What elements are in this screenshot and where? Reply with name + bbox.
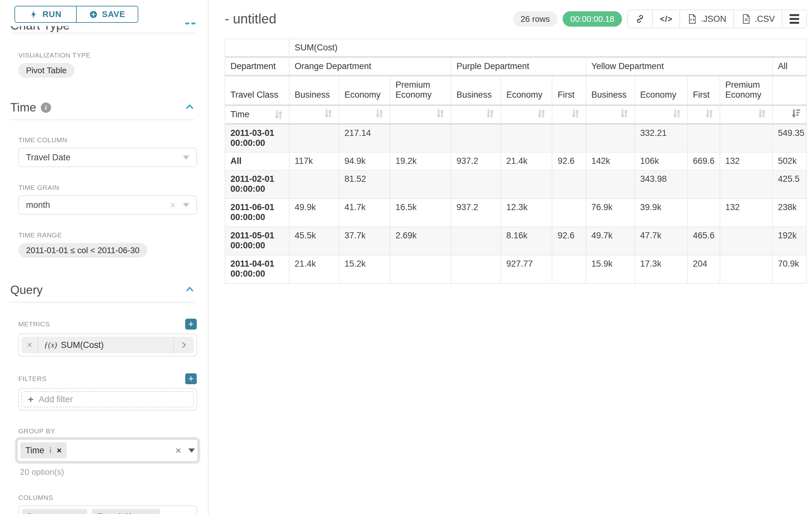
add-filter-button[interactable]: + Add filter (22, 391, 194, 407)
col-group-header: Yellow Department (586, 57, 773, 76)
pivot-value-cell: 132 (720, 198, 773, 227)
sort-toggle-icon[interactable] (704, 108, 715, 119)
pivot-value-cell (552, 255, 586, 283)
add-filter-plus-button[interactable]: + (185, 373, 197, 384)
time-range-chip[interactable]: 2011-01-01 ≤ col < 2011-06-30 (18, 243, 147, 258)
pivot-value-cell: 937.2 (451, 152, 501, 170)
expand-metric-button[interactable] (173, 337, 194, 353)
pivot-value-cell (451, 170, 501, 198)
chevron-right-icon (180, 342, 187, 349)
pivot-value-cell: 47.7k (635, 227, 688, 255)
chevron-up-icon (185, 102, 195, 111)
group-by-chip-label: Time (25, 445, 44, 456)
add-filter-label: Add filter (39, 395, 73, 404)
pivot-value-cell: 204 (688, 255, 720, 283)
sort-cell (773, 105, 807, 124)
col-group-header: Purple Department (451, 57, 586, 76)
query-timer-badge: 00:00:00.18 (562, 11, 622, 27)
columns-chip-travel-class[interactable]: Travel Class × (92, 509, 160, 514)
filters-label-row: FILTERS + (18, 373, 197, 384)
group-by-select[interactable]: Time i × × (17, 439, 198, 462)
sort-descending-active-icon[interactable] (791, 108, 801, 119)
export-json-button[interactable]: .JSON (679, 10, 733, 28)
pivot-value-cell: 49.7k (586, 227, 635, 255)
sort-toggle-icon[interactable] (485, 108, 495, 119)
group-by-chip-time[interactable]: Time i × (20, 442, 67, 458)
plus-circle-icon (89, 10, 97, 19)
travel-class-header-row: Travel Class Business Economy Premium Ec… (225, 76, 807, 105)
export-json-label: .JSON (701, 14, 726, 24)
sort-toggle-icon[interactable] (757, 108, 767, 119)
col-header: First (552, 76, 586, 105)
metric-header-cell: SUM(Cost) (289, 39, 807, 57)
pivot-row-label: 2011-04-01 00:00:00 (225, 255, 289, 283)
col-header: First (688, 76, 720, 105)
metrics-label: METRICS (18, 320, 50, 328)
save-button[interactable]: SAVE (76, 6, 138, 22)
sort-toggle-icon[interactable] (323, 108, 334, 119)
sort-toggle-icon[interactable] (435, 108, 445, 119)
collapse-query-section[interactable] (185, 283, 195, 297)
export-csv-button[interactable]: .CSV (733, 10, 782, 28)
metric-pill[interactable]: × ƒ(x) SUM(Cost) (22, 337, 194, 353)
hamburger-icon (789, 14, 799, 24)
table-row: 2011-06-01 00:00:0049.9k41.7k16.5k937.21… (225, 198, 807, 227)
function-icon: ƒ(x) (44, 341, 57, 350)
pivot-value-cell: 49.9k (289, 198, 339, 227)
run-button[interactable]: RUN (15, 6, 76, 22)
remove-chip-icon[interactable]: × (77, 512, 82, 514)
code-icon: </> (660, 15, 672, 24)
add-metric-button[interactable]: + (185, 319, 197, 330)
run-button-label: RUN (42, 9, 61, 19)
remove-metric-icon[interactable]: × (22, 337, 38, 353)
pivot-value-cell: 21.4k (289, 255, 339, 283)
info-icon: i (50, 446, 52, 455)
columns-chip-label: Department (27, 512, 72, 514)
remove-chip-icon[interactable]: × (150, 512, 155, 514)
time-axis-label: Time (230, 110, 273, 119)
chart-title[interactable]: - untitled (225, 11, 276, 27)
sort-toggle-icon[interactable] (536, 108, 547, 119)
pivot-value-cell: 17.3k (635, 255, 688, 283)
chevron-up-icon (185, 284, 195, 294)
caret-down-icon[interactable] (188, 449, 195, 453)
pivot-value-cell (390, 170, 451, 198)
sort-toggle-icon[interactable] (374, 108, 384, 119)
sort-toggle-icon[interactable] (570, 108, 581, 119)
sort-toggle-icon[interactable] (619, 108, 629, 119)
pivot-row-label: 2011-06-01 00:00:00 (225, 198, 289, 227)
row-count-badge: 26 rows (513, 11, 557, 27)
query-section-header: Query (10, 283, 195, 303)
pivot-value-cell: 465.6 (688, 227, 720, 255)
pivot-value-cell (720, 170, 773, 198)
pivot-row-label: 2011-05-01 00:00:00 (225, 227, 289, 255)
pivot-value-cell (552, 198, 586, 227)
section-divider (10, 33, 195, 33)
time-column-select[interactable]: Travel Date (18, 148, 197, 167)
collapse-time-section[interactable] (185, 101, 195, 114)
visualization-type-label: VISUALIZATION TYPE (18, 51, 208, 59)
visualization-type-chip[interactable]: Pivot Table (18, 63, 75, 78)
clear-icon[interactable]: × (170, 200, 176, 210)
pivot-value-cell: 70.9k (773, 255, 807, 283)
time-section-title: Time (10, 101, 36, 114)
pivot-value-cell: 12.3k (501, 198, 552, 227)
view-query-button[interactable]: </> (652, 10, 679, 28)
query-section-title: Query (10, 283, 43, 297)
columns-select[interactable]: Department × Travel Class × × (18, 505, 197, 514)
sort-cell (586, 105, 635, 124)
clear-all-icon[interactable]: × (175, 445, 181, 456)
columns-chip-department[interactable]: Department × (22, 509, 87, 514)
pivot-value-cell: 217.14 (339, 124, 390, 152)
time-grain-select[interactable]: month × (18, 195, 197, 215)
sort-toggle-icon[interactable] (672, 108, 682, 119)
table-row: 2011-03-01 00:00:00217.14332.21549.35 (225, 124, 807, 152)
menu-button[interactable] (782, 10, 806, 28)
short-link-button[interactable] (628, 10, 652, 28)
remove-chip-icon[interactable]: × (57, 445, 62, 456)
sort-toggle-icon[interactable] (273, 109, 284, 120)
empty-corner-cell (225, 39, 289, 57)
table-row: All117k94.9k19.2k937.221.4k92.6142k106k6… (225, 152, 807, 170)
pivot-value-cell: 45.5k (289, 227, 339, 255)
metrics-container: × ƒ(x) SUM(Cost) (18, 333, 197, 357)
